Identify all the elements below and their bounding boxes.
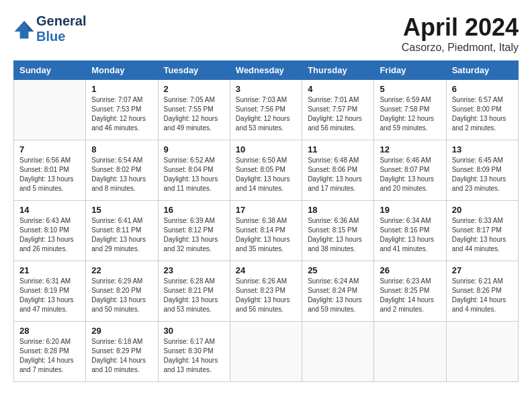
day-number: 24: [236, 265, 296, 275]
day-info: Sunrise: 6:41 AM Sunset: 8:11 PM Dayligh…: [91, 216, 152, 254]
calendar-cell: 25Sunrise: 6:24 AM Sunset: 8:24 PM Dayli…: [302, 261, 374, 322]
calendar-cell: 23Sunrise: 6:28 AM Sunset: 8:21 PM Dayli…: [158, 261, 230, 322]
day-number: 2: [164, 84, 224, 94]
day-number: 27: [452, 265, 513, 275]
day-header-sunday: Sunday: [14, 61, 86, 80]
day-number: 17: [236, 205, 296, 215]
calendar-cell: [14, 80, 86, 140]
day-number: 12: [380, 144, 440, 154]
day-info: Sunrise: 6:33 AM Sunset: 8:17 PM Dayligh…: [452, 216, 513, 254]
calendar-cell: [374, 322, 446, 382]
calendar-cell: 7Sunrise: 6:56 AM Sunset: 8:01 PM Daylig…: [14, 140, 86, 201]
calendar-cell: [302, 322, 374, 382]
day-info: Sunrise: 6:56 AM Sunset: 8:01 PM Dayligh…: [19, 156, 80, 193]
week-row-1: 1Sunrise: 7:07 AM Sunset: 7:53 PM Daylig…: [14, 80, 519, 140]
day-info: Sunrise: 6:18 AM Sunset: 8:29 PM Dayligh…: [91, 337, 152, 375]
day-number: 18: [308, 205, 368, 215]
calendar-cell: 10Sunrise: 6:50 AM Sunset: 8:05 PM Dayli…: [230, 140, 302, 201]
calendar-cell: 22Sunrise: 6:29 AM Sunset: 8:20 PM Dayli…: [86, 261, 158, 322]
calendar-cell: 11Sunrise: 6:48 AM Sunset: 8:06 PM Dayli…: [302, 140, 374, 201]
day-header-friday: Friday: [374, 61, 446, 80]
day-header-tuesday: Tuesday: [158, 61, 230, 80]
calendar-cell: 30Sunrise: 6:17 AM Sunset: 8:30 PM Dayli…: [158, 322, 230, 382]
day-info: Sunrise: 6:31 AM Sunset: 8:19 PM Dayligh…: [19, 277, 80, 314]
day-number: 23: [164, 265, 224, 275]
day-info: Sunrise: 6:54 AM Sunset: 8:02 PM Dayligh…: [91, 156, 152, 193]
day-number: 3: [236, 84, 296, 94]
calendar-cell: 1Sunrise: 7:07 AM Sunset: 7:53 PM Daylig…: [86, 80, 158, 140]
calendar-cell: [230, 322, 302, 382]
day-info: Sunrise: 6:17 AM Sunset: 8:30 PM Dayligh…: [164, 337, 224, 375]
location-subtitle: Casorzo, Piedmont, Italy: [402, 42, 519, 54]
day-number: 8: [91, 144, 152, 154]
calendar-cell: 28Sunrise: 6:20 AM Sunset: 8:28 PM Dayli…: [14, 322, 86, 382]
week-row-3: 14Sunrise: 6:43 AM Sunset: 8:10 PM Dayli…: [14, 201, 519, 261]
day-info: Sunrise: 7:07 AM Sunset: 7:53 PM Dayligh…: [91, 95, 152, 133]
day-headers-row: SundayMondayTuesdayWednesdayThursdayFrid…: [14, 61, 519, 80]
day-number: 25: [308, 265, 368, 275]
title-area: April 2024 Casorzo, Piedmont, Italy: [402, 13, 519, 54]
calendar-cell: 12Sunrise: 6:46 AM Sunset: 8:07 PM Dayli…: [374, 140, 446, 201]
week-row-2: 7Sunrise: 6:56 AM Sunset: 8:01 PM Daylig…: [14, 140, 519, 201]
day-info: Sunrise: 6:45 AM Sunset: 8:09 PM Dayligh…: [452, 156, 513, 193]
day-info: Sunrise: 6:20 AM Sunset: 8:28 PM Dayligh…: [19, 337, 80, 375]
calendar-cell: 17Sunrise: 6:38 AM Sunset: 8:14 PM Dayli…: [230, 201, 302, 261]
day-info: Sunrise: 6:38 AM Sunset: 8:14 PM Dayligh…: [236, 216, 296, 254]
day-number: 19: [380, 205, 440, 215]
calendar-cell: 19Sunrise: 6:34 AM Sunset: 8:16 PM Dayli…: [374, 201, 446, 261]
day-number: 22: [91, 265, 152, 275]
calendar-cell: 3Sunrise: 7:03 AM Sunset: 7:56 PM Daylig…: [230, 80, 302, 140]
day-header-thursday: Thursday: [302, 61, 374, 80]
calendar-cell: 4Sunrise: 7:01 AM Sunset: 7:57 PM Daylig…: [302, 80, 374, 140]
calendar-cell: 27Sunrise: 6:21 AM Sunset: 8:26 PM Dayli…: [446, 261, 518, 322]
logo-text: General Blue: [36, 13, 86, 44]
day-info: Sunrise: 6:43 AM Sunset: 8:10 PM Dayligh…: [19, 216, 80, 254]
calendar-cell: 13Sunrise: 6:45 AM Sunset: 8:09 PM Dayli…: [446, 140, 518, 201]
day-info: Sunrise: 7:01 AM Sunset: 7:57 PM Dayligh…: [308, 95, 368, 133]
day-info: Sunrise: 6:36 AM Sunset: 8:15 PM Dayligh…: [308, 216, 368, 254]
day-info: Sunrise: 7:03 AM Sunset: 7:56 PM Dayligh…: [236, 95, 296, 133]
day-header-wednesday: Wednesday: [230, 61, 302, 80]
day-number: 29: [91, 326, 152, 336]
day-number: 9: [164, 144, 224, 154]
day-info: Sunrise: 6:28 AM Sunset: 8:21 PM Dayligh…: [164, 277, 224, 314]
day-info: Sunrise: 7:05 AM Sunset: 7:55 PM Dayligh…: [164, 95, 224, 133]
day-number: 1: [91, 84, 152, 94]
calendar-cell: 5Sunrise: 6:59 AM Sunset: 7:58 PM Daylig…: [374, 80, 446, 140]
day-number: 13: [452, 144, 513, 154]
calendar-cell: 21Sunrise: 6:31 AM Sunset: 8:19 PM Dayli…: [14, 261, 86, 322]
logo: General Blue: [13, 13, 86, 44]
day-number: 10: [236, 144, 296, 154]
calendar-cell: [446, 322, 518, 382]
calendar-cell: 14Sunrise: 6:43 AM Sunset: 8:10 PM Dayli…: [14, 201, 86, 261]
day-number: 26: [380, 265, 440, 275]
day-number: 16: [164, 205, 224, 215]
week-row-5: 28Sunrise: 6:20 AM Sunset: 8:28 PM Dayli…: [14, 322, 519, 382]
day-info: Sunrise: 6:59 AM Sunset: 7:58 PM Dayligh…: [380, 95, 440, 133]
day-number: 21: [19, 265, 80, 275]
day-number: 14: [19, 205, 80, 215]
logo-icon: [13, 18, 35, 40]
day-number: 6: [452, 84, 513, 94]
day-number: 30: [164, 326, 224, 336]
day-info: Sunrise: 6:50 AM Sunset: 8:05 PM Dayligh…: [236, 156, 296, 193]
week-row-4: 21Sunrise: 6:31 AM Sunset: 8:19 PM Dayli…: [14, 261, 519, 322]
calendar-table: SundayMondayTuesdayWednesdayThursdayFrid…: [13, 60, 519, 382]
day-number: 15: [91, 205, 152, 215]
day-info: Sunrise: 6:21 AM Sunset: 8:26 PM Dayligh…: [452, 277, 513, 314]
month-title: April 2024: [402, 13, 519, 42]
calendar-cell: 8Sunrise: 6:54 AM Sunset: 8:02 PM Daylig…: [86, 140, 158, 201]
day-number: 4: [308, 84, 368, 94]
calendar-cell: 15Sunrise: 6:41 AM Sunset: 8:11 PM Dayli…: [86, 201, 158, 261]
day-info: Sunrise: 6:52 AM Sunset: 8:04 PM Dayligh…: [164, 156, 224, 193]
day-info: Sunrise: 6:46 AM Sunset: 8:07 PM Dayligh…: [380, 156, 440, 193]
day-info: Sunrise: 6:57 AM Sunset: 8:00 PM Dayligh…: [452, 95, 513, 133]
day-number: 7: [19, 144, 80, 154]
day-header-monday: Monday: [86, 61, 158, 80]
calendar-cell: 20Sunrise: 6:33 AM Sunset: 8:17 PM Dayli…: [446, 201, 518, 261]
calendar-cell: 16Sunrise: 6:39 AM Sunset: 8:12 PM Dayli…: [158, 201, 230, 261]
day-info: Sunrise: 6:29 AM Sunset: 8:20 PM Dayligh…: [91, 277, 152, 314]
day-number: 5: [380, 84, 440, 94]
day-info: Sunrise: 6:26 AM Sunset: 8:23 PM Dayligh…: [236, 277, 296, 314]
calendar-cell: 6Sunrise: 6:57 AM Sunset: 8:00 PM Daylig…: [446, 80, 518, 140]
